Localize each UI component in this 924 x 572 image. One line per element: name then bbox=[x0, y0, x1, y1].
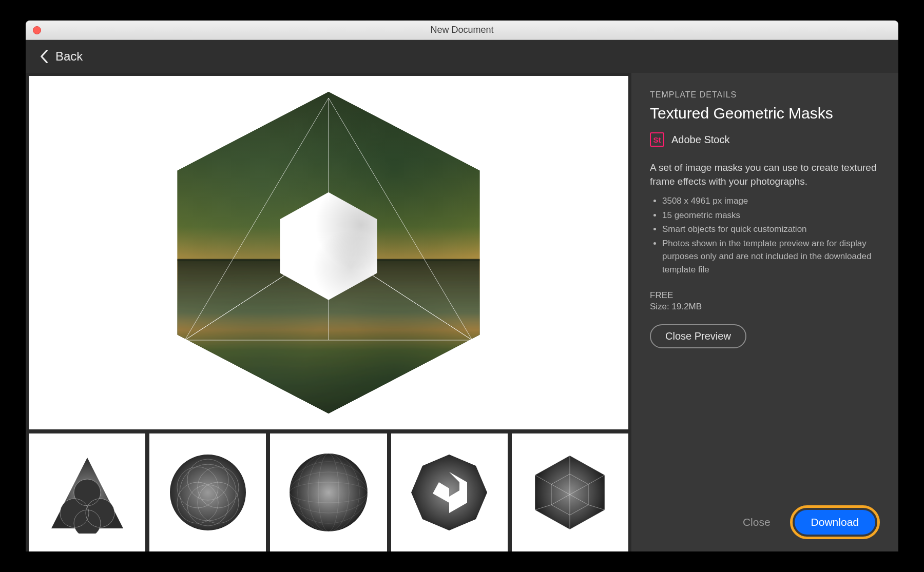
svg-point-22 bbox=[290, 453, 368, 531]
close-button[interactable]: Close bbox=[728, 510, 785, 535]
feature-item: 15 geometric masks bbox=[662, 209, 880, 222]
preview-main-image bbox=[29, 76, 628, 429]
thumbnail-4[interactable] bbox=[391, 433, 508, 551]
back-label: Back bbox=[55, 49, 83, 64]
template-description: A set of image masks you can use to crea… bbox=[650, 161, 880, 188]
toolbar: Back bbox=[26, 40, 898, 73]
footer-buttons: Close Download bbox=[650, 495, 880, 539]
feature-list: 3508 x 4961 px image 15 geometric masks … bbox=[650, 194, 880, 277]
thumbnail-5[interactable] bbox=[512, 433, 628, 551]
details-heading: TEMPLATE DETAILS bbox=[650, 90, 880, 100]
download-highlight: Download bbox=[790, 505, 880, 539]
source-row[interactable]: St Adobe Stock bbox=[650, 132, 880, 147]
svg-point-14 bbox=[170, 455, 246, 530]
adobe-stock-icon: St bbox=[650, 132, 664, 147]
chevron-left-icon bbox=[40, 50, 48, 63]
template-title: Textured Geometric Masks bbox=[650, 105, 880, 122]
new-document-window: New Document Back bbox=[26, 21, 898, 551]
feature-item: 3508 x 4961 px image bbox=[662, 194, 880, 208]
source-name: Adobe Stock bbox=[671, 134, 729, 146]
download-button[interactable]: Download bbox=[795, 510, 875, 535]
feature-item: Smart objects for quick customization bbox=[662, 223, 880, 236]
titlebar: New Document bbox=[26, 21, 898, 40]
thumbnail-1[interactable] bbox=[29, 433, 145, 551]
window-title: New Document bbox=[26, 25, 898, 35]
thumbnail-3[interactable] bbox=[270, 433, 387, 551]
size-label: Size: 19.2MB bbox=[650, 302, 880, 312]
close-window-icon[interactable] bbox=[33, 26, 41, 34]
details-panel: TEMPLATE DETAILS Textured Geometric Mask… bbox=[631, 73, 898, 551]
thumbnail-2[interactable] bbox=[149, 433, 266, 551]
thumbnail-strip bbox=[29, 433, 628, 551]
preview-panel bbox=[26, 73, 631, 551]
close-preview-button[interactable]: Close Preview bbox=[650, 324, 746, 348]
back-button[interactable]: Back bbox=[40, 49, 83, 64]
price-label: FREE bbox=[650, 290, 880, 301]
feature-item: Photos shown in the template preview are… bbox=[662, 237, 880, 277]
